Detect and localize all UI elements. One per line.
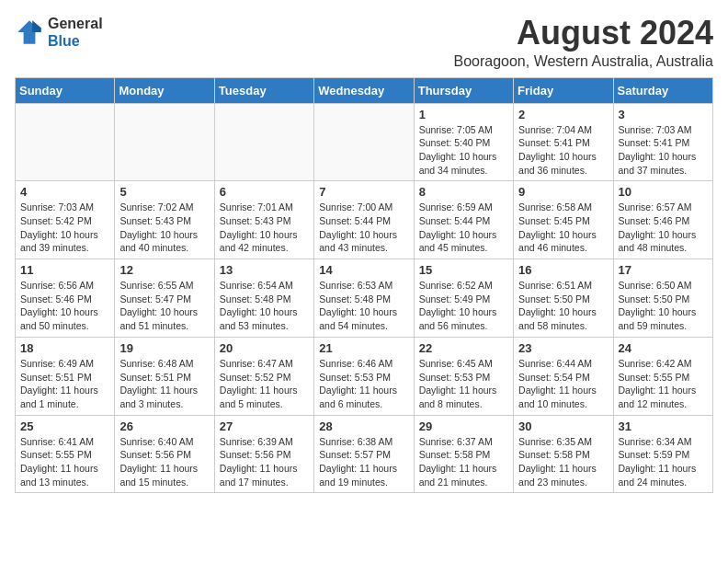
calendar-day-cell: 29Sunrise: 6:37 AMSunset: 5:58 PMDayligh… [414,415,513,493]
calendar-day-cell: 22Sunrise: 6:45 AMSunset: 5:53 PMDayligh… [414,337,513,415]
calendar-day-cell: 2Sunrise: 7:04 AMSunset: 5:41 PMDaylight… [514,103,613,181]
day-info: Sunrise: 6:47 AMSunset: 5:52 PMDaylight:… [220,357,309,411]
calendar-day-cell: 24Sunrise: 6:42 AMSunset: 5:55 PMDayligh… [613,337,712,415]
day-info: Sunrise: 6:38 AMSunset: 5:57 PMDaylight:… [319,435,408,489]
calendar-day-cell: 18Sunrise: 6:49 AMSunset: 5:51 PMDayligh… [16,337,115,415]
day-info: Sunrise: 7:03 AMSunset: 5:42 PMDaylight:… [20,201,109,255]
day-number: 31 [619,419,708,433]
calendar-day-cell: 20Sunrise: 6:47 AMSunset: 5:52 PMDayligh… [214,337,313,415]
calendar-day-cell: 23Sunrise: 6:44 AMSunset: 5:54 PMDayligh… [514,337,613,415]
logo-icon [15,17,44,47]
day-info: Sunrise: 6:51 AMSunset: 5:50 PMDaylight:… [518,279,608,333]
calendar-week-row: 1Sunrise: 7:05 AMSunset: 5:40 PMDaylight… [16,103,713,181]
day-info: Sunrise: 7:02 AMSunset: 5:43 PMDaylight:… [119,201,209,255]
calendar-body: 1Sunrise: 7:05 AMSunset: 5:40 PMDaylight… [16,103,713,493]
day-number: 3 [619,108,708,121]
day-number: 10 [619,185,708,199]
day-info: Sunrise: 6:57 AMSunset: 5:46 PMDaylight:… [619,201,708,255]
day-number: 12 [119,263,209,277]
day-number: 5 [119,185,209,199]
calendar-day-cell: 14Sunrise: 6:53 AMSunset: 5:48 PMDayligh… [314,259,414,338]
day-number: 15 [419,263,508,277]
calendar-day-cell [214,103,313,181]
day-number: 21 [319,341,408,355]
day-info: Sunrise: 7:03 AMSunset: 5:41 PMDaylight:… [619,123,708,178]
day-info: Sunrise: 6:58 AMSunset: 5:45 PMDaylight:… [518,201,608,255]
calendar-day-cell: 10Sunrise: 6:57 AMSunset: 5:46 PMDayligh… [613,181,712,259]
day-info: Sunrise: 6:41 AMSunset: 5:55 PMDaylight:… [20,435,109,489]
day-info: Sunrise: 6:56 AMSunset: 5:46 PMDaylight:… [20,279,109,333]
day-number: 9 [518,185,608,199]
day-number: 28 [319,419,408,433]
weekday-header-cell: Saturday [613,77,712,103]
day-number: 17 [619,263,708,277]
day-info: Sunrise: 6:48 AMSunset: 5:51 PMDaylight:… [119,357,209,411]
calendar-day-cell: 30Sunrise: 6:35 AMSunset: 5:58 PMDayligh… [514,415,613,493]
day-info: Sunrise: 6:50 AMSunset: 5:50 PMDaylight:… [619,279,708,333]
calendar-day-cell: 28Sunrise: 6:38 AMSunset: 5:57 PMDayligh… [314,415,414,493]
day-number: 30 [518,419,608,433]
day-number: 27 [220,419,309,433]
month-year: August 2024 [453,15,713,52]
day-info: Sunrise: 7:05 AMSunset: 5:40 PMDaylight:… [419,123,508,178]
day-number: 25 [20,419,109,433]
day-info: Sunrise: 6:46 AMSunset: 5:53 PMDaylight:… [319,357,408,411]
calendar-day-cell: 5Sunrise: 7:02 AMSunset: 5:43 PMDaylight… [115,181,214,259]
calendar-day-cell: 16Sunrise: 6:51 AMSunset: 5:50 PMDayligh… [514,259,613,338]
day-number: 26 [119,419,209,433]
calendar-day-cell: 11Sunrise: 6:56 AMSunset: 5:46 PMDayligh… [16,259,115,338]
day-number: 6 [220,185,309,199]
day-info: Sunrise: 6:53 AMSunset: 5:48 PMDaylight:… [319,279,408,333]
calendar-day-cell: 4Sunrise: 7:03 AMSunset: 5:42 PMDaylight… [16,181,115,259]
day-number: 20 [220,341,309,355]
day-info: Sunrise: 7:00 AMSunset: 5:44 PMDaylight:… [319,201,408,255]
calendar-day-cell [16,103,115,181]
day-number: 24 [619,341,708,355]
day-number: 19 [119,341,209,355]
day-number: 11 [20,263,109,277]
day-info: Sunrise: 6:55 AMSunset: 5:47 PMDaylight:… [119,279,209,333]
calendar-day-cell: 27Sunrise: 6:39 AMSunset: 5:56 PMDayligh… [214,415,313,493]
calendar-week-row: 25Sunrise: 6:41 AMSunset: 5:55 PMDayligh… [16,415,713,493]
day-number: 4 [20,185,109,199]
day-number: 1 [419,108,508,121]
day-number: 8 [419,185,508,199]
calendar-day-cell: 8Sunrise: 6:59 AMSunset: 5:44 PMDaylight… [414,181,513,259]
weekday-header-cell: Monday [115,77,214,103]
calendar-day-cell: 17Sunrise: 6:50 AMSunset: 5:50 PMDayligh… [613,259,712,338]
day-number: 14 [319,263,408,277]
day-number: 22 [419,341,508,355]
day-info: Sunrise: 6:44 AMSunset: 5:54 PMDaylight:… [518,357,608,411]
calendar-day-cell: 31Sunrise: 6:34 AMSunset: 5:59 PMDayligh… [613,415,712,493]
day-info: Sunrise: 7:04 AMSunset: 5:41 PMDaylight:… [518,123,608,178]
calendar-day-cell: 15Sunrise: 6:52 AMSunset: 5:49 PMDayligh… [414,259,513,338]
weekday-header-cell: Thursday [414,77,513,103]
day-info: Sunrise: 6:34 AMSunset: 5:59 PMDaylight:… [619,435,708,489]
day-info: Sunrise: 6:54 AMSunset: 5:48 PMDaylight:… [220,279,309,333]
calendar-table: SundayMondayTuesdayWednesdayThursdayFrid… [15,77,713,494]
day-info: Sunrise: 7:01 AMSunset: 5:43 PMDaylight:… [220,201,309,255]
day-info: Sunrise: 6:39 AMSunset: 5:56 PMDaylight:… [220,435,309,489]
calendar-day-cell: 26Sunrise: 6:40 AMSunset: 5:56 PMDayligh… [115,415,214,493]
calendar-day-cell: 12Sunrise: 6:55 AMSunset: 5:47 PMDayligh… [115,259,214,338]
calendar-week-row: 11Sunrise: 6:56 AMSunset: 5:46 PMDayligh… [16,259,713,338]
day-info: Sunrise: 6:35 AMSunset: 5:58 PMDaylight:… [518,435,608,489]
day-info: Sunrise: 6:42 AMSunset: 5:55 PMDaylight:… [619,357,708,411]
calendar-week-row: 18Sunrise: 6:49 AMSunset: 5:51 PMDayligh… [16,337,713,415]
calendar-day-cell: 6Sunrise: 7:01 AMSunset: 5:43 PMDaylight… [214,181,313,259]
day-info: Sunrise: 6:52 AMSunset: 5:49 PMDaylight:… [419,279,508,333]
day-info: Sunrise: 6:40 AMSunset: 5:56 PMDaylight:… [119,435,209,489]
day-info: Sunrise: 6:45 AMSunset: 5:53 PMDaylight:… [419,357,508,411]
calendar-day-cell [314,103,414,181]
day-info: Sunrise: 6:37 AMSunset: 5:58 PMDaylight:… [419,435,508,489]
day-info: Sunrise: 6:49 AMSunset: 5:51 PMDaylight:… [20,357,109,411]
calendar-day-cell: 3Sunrise: 7:03 AMSunset: 5:41 PMDaylight… [613,103,712,181]
calendar-day-cell: 1Sunrise: 7:05 AMSunset: 5:40 PMDaylight… [414,103,513,181]
day-number: 23 [518,341,608,355]
calendar-day-cell: 13Sunrise: 6:54 AMSunset: 5:48 PMDayligh… [214,259,313,338]
logo-text: General Blue [48,15,103,50]
calendar-day-cell: 7Sunrise: 7:00 AMSunset: 5:44 PMDaylight… [314,181,414,259]
page-header: General Blue August 2024 Booragoon, West… [15,15,713,70]
title-block: August 2024 Booragoon, Western Australia… [453,15,713,70]
svg-marker-1 [32,20,41,32]
